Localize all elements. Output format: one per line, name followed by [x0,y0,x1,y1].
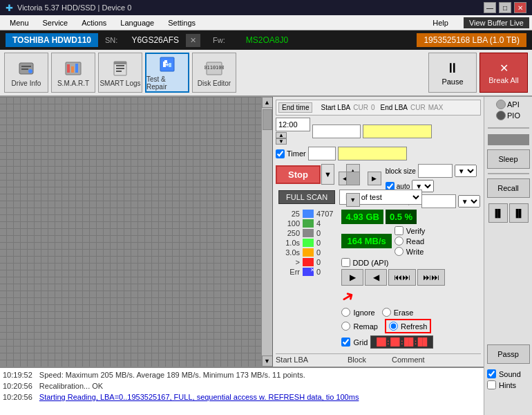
view-buffer-button[interactable]: View Buffer Live [464,17,529,28]
block-size-label: block size [386,167,416,175]
title-bar-title: Victoria 5.37 HDD/SSD | Device 0 [17,3,131,12]
read-radio[interactable] [395,237,403,246]
svg-rect-6 [71,66,74,73]
write-radio[interactable] [395,247,403,256]
refresh-radio[interactable] [389,322,398,331]
drive-info-label: Drive Info [12,80,41,87]
log-entry-1: 10:20:56 Recalibration... OK [3,380,481,391]
end-time-down[interactable]: ▼ [276,138,287,145]
side-btn1[interactable]: ▐▌ [488,203,508,223]
timer-checkbox[interactable] [276,149,285,158]
vertical-scrollbar[interactable]: ▲ ▼ [261,97,272,367]
svg-rect-9 [116,65,124,66]
stop-dropdown[interactable]: ▼ [321,164,334,185]
pio-led [496,111,506,120]
fast-fwd-button[interactable]: ⏭⏭ [417,269,445,286]
break-all-button[interactable]: ✕ Break All [479,53,528,93]
smart-label: S.M.A.R.T [57,80,89,87]
nav-down-button[interactable]: ▼ [346,193,360,207]
toolbar-smart-logs[interactable]: SMART Logs [98,53,142,93]
drive-info-icon [17,59,36,78]
fullscan-button[interactable]: FULL SCAN [278,190,335,204]
erase-label: Erase [394,308,414,317]
sleep-button[interactable]: Sleep [487,149,530,169]
block-size-select[interactable]: ▼ [455,165,477,177]
api-led [496,100,506,109]
stat-label-250: 250 [276,229,300,237]
svg-rect-2 [21,68,28,70]
window-controls: — □ ✕ [484,2,526,13]
drive-name[interactable]: TOSHIBA HDWD110 [6,33,98,47]
scan-grid [0,97,272,367]
menu-service[interactable]: Service [36,17,75,28]
hints-checkbox[interactable] [487,380,496,389]
hints-row: Hints [487,380,529,389]
start-lba-label: Start LBA [321,104,350,111]
menu-bar: Menu Service Actions Language Settings H… [0,15,532,30]
sound-checkbox[interactable] [487,369,496,378]
end-time-up[interactable]: ▲ [276,132,287,138]
remap-radio[interactable] [341,322,350,331]
nav-center-button[interactable] [346,172,360,185]
verify-checkbox[interactable] [395,226,403,235]
menu-settings[interactable]: Settings [161,17,202,28]
erase-radio[interactable] [382,308,391,317]
nav-right-button[interactable]: ▶ [368,172,381,185]
stat-value-1s: 0 [316,239,321,247]
skip-fwd-button[interactable]: ⏮⏭ [388,269,416,286]
timer-label: Timer [287,149,306,158]
sound-label: Sound [499,370,521,378]
svg-rect-5 [67,64,70,73]
block-size-input[interactable]: 2048 [418,164,453,178]
menu-menu[interactable]: Menu [3,17,36,28]
passp-button[interactable]: Passp [487,344,530,364]
stat-label-1s: 1.0s [276,239,300,247]
disk-editor-icon: 1010011 0110100 1010101 [205,59,224,78]
side-btn2[interactable]: ▐▌ [509,203,529,223]
cur-label1: CUR [353,104,368,111]
stop-button[interactable]: Stop [276,165,321,184]
menu-actions[interactable]: Actions [75,17,113,28]
prev-button[interactable]: ◀ [365,269,387,286]
pause-button[interactable]: ⏸ Pause [428,53,477,93]
svg-point-3 [28,69,32,73]
ignore-radio[interactable] [341,308,350,317]
timer-input[interactable]: 0 [308,147,336,160]
drive-close-button[interactable]: ✕ [186,34,200,47]
scroll-up-button[interactable]: ▲ [262,97,273,108]
toolbar-disk-editor[interactable]: 1010011 0110100 1010101 Disk Editor [192,53,236,93]
end-lba-input[interactable]: 1953525167 [363,124,432,138]
stat-value-25: 4707 [316,210,333,218]
scroll-thumb[interactable] [263,109,272,130]
stat-row-250: 250 0 [276,229,333,237]
menu-language[interactable]: Language [113,17,161,28]
grid-checkbox[interactable] [341,338,350,347]
recall-button[interactable]: Recall [487,178,530,198]
toolbar-test-repair[interactable]: + Test & Repair [145,53,189,93]
stat-row-3s: 3.0s 0 [276,248,333,257]
write-label: Write [406,248,424,256]
stat-label-gt: > [276,258,300,266]
svg-rect-11 [116,71,122,72]
maximize-button[interactable]: □ [499,2,511,13]
stat-bar-250 [303,229,314,237]
grid-label: Grid [353,338,368,347]
speed-mbs-display: 164 MB/s [341,234,391,248]
close-button[interactable]: ✕ [514,2,526,13]
read-option: Read [395,237,426,246]
toolbar-smart[interactable]: S.M.A.R.T [51,53,95,93]
menu-help[interactable]: Help [426,17,455,28]
minimize-button[interactable]: — [484,2,496,13]
start-lba-input[interactable]: 0 [312,124,361,138]
second-input[interactable]: 9637888 [338,147,407,160]
stat-row-25: 25 4707 [276,210,333,218]
verify-label: Verify [406,227,426,235]
end-time-input[interactable] [276,118,310,131]
toolbar-drive-info[interactable]: Drive Info [4,53,48,93]
log-text-2[interactable]: Starting Reading, LBA=0..1953525167, FUL… [39,391,359,403]
read-label: Read [406,237,424,246]
log-side: Sound Hints [484,367,532,415]
play-button[interactable]: ▶ [341,269,363,286]
scroll-down-button[interactable]: ▼ [262,356,273,367]
ddd-checkbox[interactable] [341,258,350,267]
